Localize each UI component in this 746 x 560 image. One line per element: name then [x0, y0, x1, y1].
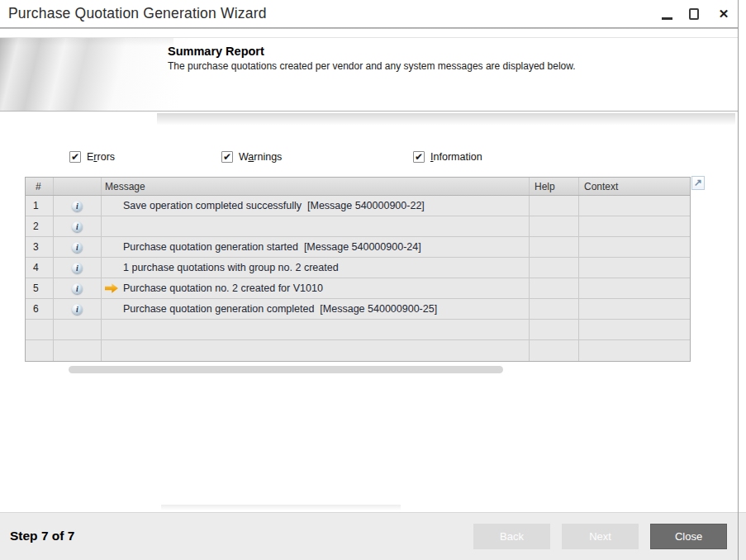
close-icon[interactable]: ✕ [717, 6, 730, 22]
link-arrow-slot [105, 304, 119, 315]
row-type-cell: i [54, 278, 102, 298]
message-text: Purchase quotation generation started [M… [123, 241, 421, 253]
message-cell: Save operation completed successfully [M… [102, 196, 530, 216]
table-header-row: # Message Help Context [26, 178, 690, 196]
context-cell [579, 278, 690, 298]
footer-shadow [161, 505, 401, 510]
col-header-icon [54, 178, 102, 195]
dialog-right-border [738, 0, 739, 560]
next-button[interactable]: Next [562, 524, 639, 549]
message-cell [102, 340, 530, 361]
link-arrow-slot [105, 221, 119, 232]
filter-warnings[interactable]: ✔Warnings [221, 151, 282, 163]
message-cell [102, 216, 530, 236]
table-row[interactable]: 4i1 purchase quotations with group no. 2… [26, 258, 690, 278]
filter-label: Information [430, 151, 482, 163]
footer-buttons: BackNextClose [473, 524, 727, 549]
help-cell [530, 299, 579, 319]
message-cell: 1 purchase quotations with group no. 2 c… [102, 258, 530, 278]
row-number: 5 [26, 278, 54, 298]
messages-table: # Message Help Context 1iSave operation … [25, 177, 691, 362]
table-row[interactable]: 5iPurchase quotation no. 2 created for V… [26, 278, 690, 299]
link-arrow-slot [105, 242, 119, 253]
row-type-cell: i [54, 258, 102, 278]
help-cell [530, 196, 579, 216]
info-icon: i [72, 263, 83, 273]
row-number: 1 [26, 196, 54, 216]
help-cell [530, 258, 579, 278]
info-icon: i [72, 304, 83, 315]
context-cell [579, 196, 690, 216]
wizard-header-banner: Summary Report The purchase quotations c… [0, 37, 738, 112]
context-cell [579, 237, 690, 257]
filter-information[interactable]: ✔Information [413, 151, 482, 163]
context-cell [579, 320, 690, 339]
step-indicator: Step 7 of 7 [10, 529, 74, 543]
help-cell [530, 237, 579, 257]
checkbox-icon[interactable]: ✔ [69, 151, 81, 163]
message-text: Save operation completed successfully [M… [123, 200, 425, 211]
row-type-cell [54, 320, 102, 339]
filter-checkboxes: ✔Errors✔Warnings✔Information [0, 151, 738, 166]
expand-grid-icon[interactable]: ↗ [691, 176, 705, 190]
info-icon: i [72, 242, 83, 253]
col-header-number: # [26, 178, 54, 195]
col-header-message: Message [102, 178, 530, 195]
page-description: The purchase quotations created per vend… [168, 60, 579, 73]
message-cell: Purchase quotation no. 2 created for V10… [102, 278, 530, 298]
row-type-cell [54, 340, 102, 361]
table-body: 1iSave operation completed successfully … [26, 196, 690, 361]
horizontal-scrollbar[interactable] [69, 366, 503, 373]
row-type-cell: i [54, 299, 102, 319]
message-text: 1 purchase quotations with group no. 2 c… [123, 262, 339, 273]
message-cell: Purchase quotation generation completed … [102, 299, 530, 319]
title-bar: Purchase Quotation Generation Wizard ✕ [0, 0, 738, 27]
filter-label: Errors [87, 151, 115, 163]
help-cell [530, 216, 579, 236]
titlebar-separator [0, 27, 738, 29]
table-row[interactable] [26, 340, 690, 361]
row-number: 3 [26, 237, 54, 257]
minimize-icon[interactable] [662, 17, 672, 20]
table-row[interactable]: 6iPurchase quotation generation complete… [26, 299, 690, 320]
table-row[interactable] [26, 320, 690, 340]
maximize-icon[interactable] [689, 8, 699, 20]
header-shadow [157, 113, 735, 126]
col-header-help: Help [530, 178, 579, 195]
message-cell: Purchase quotation generation started [M… [102, 237, 530, 257]
row-number: 6 [26, 299, 54, 319]
wizard-dialog: Purchase Quotation Generation Wizard ✕ S… [0, 0, 746, 560]
wizard-footer: Step 7 of 7 BackNextClose [0, 512, 746, 560]
context-cell [579, 299, 690, 319]
window-title: Purchase Quotation Generation Wizard [8, 5, 267, 22]
close-button[interactable]: Close [650, 524, 727, 549]
row-type-cell: i [54, 196, 102, 216]
page-title: Summary Report [168, 45, 264, 58]
filter-errors[interactable]: ✔Errors [69, 151, 115, 163]
row-number [26, 340, 54, 361]
filter-label: Warnings [239, 151, 282, 163]
help-cell [530, 340, 579, 361]
checkbox-icon[interactable]: ✔ [221, 151, 233, 163]
link-arrow-slot [105, 325, 119, 335]
info-icon: i [72, 221, 83, 232]
link-arrow-icon[interactable] [105, 283, 118, 294]
col-header-context: Context [579, 178, 690, 195]
back-button[interactable]: Back [473, 524, 550, 549]
table-row[interactable]: 3iPurchase quotation generation started … [26, 237, 690, 258]
link-arrow-slot [105, 345, 119, 356]
checkbox-icon[interactable]: ✔ [413, 151, 425, 163]
table-row[interactable]: 2i [26, 216, 690, 237]
message-cell [102, 320, 530, 339]
help-cell [530, 320, 579, 339]
message-text: Purchase quotation no. 2 created for V10… [123, 282, 323, 294]
row-number: 2 [26, 216, 54, 236]
context-cell [579, 216, 690, 236]
link-arrow-slot [105, 263, 119, 273]
table-row[interactable]: 1iSave operation completed successfully … [26, 196, 690, 216]
context-cell [579, 258, 690, 278]
link-arrow-slot [105, 201, 119, 211]
link-arrow-slot [105, 283, 119, 294]
context-cell [579, 340, 690, 361]
info-icon: i [72, 201, 83, 211]
